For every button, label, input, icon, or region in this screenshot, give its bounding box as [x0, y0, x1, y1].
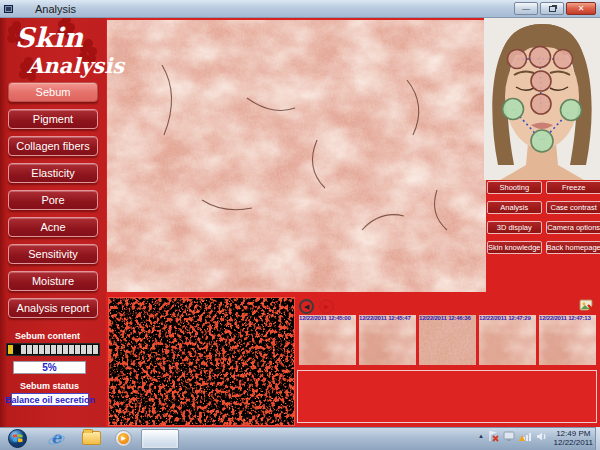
media-player-icon[interactable]: ▶: [115, 430, 132, 447]
removable-device-icon[interactable]: [503, 431, 515, 442]
zone-forehead-center[interactable]: [530, 47, 551, 68]
capture-thumbnail[interactable]: 12/22/2011 12:47:29: [479, 315, 536, 365]
network-status-icon[interactable]: [519, 431, 532, 442]
sidebar-item-collagen-fibers[interactable]: Collagen fibers: [8, 136, 98, 156]
play-icon: ▶: [118, 433, 129, 444]
window-title: Analysis: [35, 3, 76, 15]
capture-timestamp: 12/22/2011 12:45:00: [299, 315, 359, 321]
taskbar-clock[interactable]: 12:49 PM 12/22/2011: [554, 429, 593, 447]
face-map-image: [484, 15, 600, 180]
title-bar[interactable]: Analysis — ✕: [0, 0, 600, 18]
analysis-button[interactable]: Analysis: [487, 201, 542, 214]
prev-arrow-icon: ◀: [304, 303, 309, 311]
sidebar-item-elasticity[interactable]: Elasticity: [8, 163, 98, 183]
sidebar-item-sebum[interactable]: Sebum: [8, 82, 98, 102]
capture-thumbnail[interactable]: 12/22/2011 12:45:00: [299, 315, 356, 365]
windows-start-icon: [8, 429, 27, 448]
zone-forehead-left[interactable]: [508, 50, 527, 69]
action-button-grid: Shooting Freeze Analysis Case contrast 3…: [487, 181, 598, 254]
close-button[interactable]: ✕: [566, 2, 596, 15]
restore-icon: [549, 6, 556, 12]
face-map-panel: [484, 15, 600, 180]
skin-texture: [107, 20, 486, 292]
capture-thumbnail[interactable]: 12/22/2011 12:45:47: [359, 315, 416, 365]
volume-icon[interactable]: [536, 431, 548, 442]
restore-button[interactable]: [540, 2, 564, 15]
prev-thumbnails-button[interactable]: ◀: [299, 299, 314, 314]
app-logo: Skin Analysis: [0, 20, 106, 82]
sebum-speckle-texture: [109, 298, 294, 425]
shooting-button[interactable]: Shooting: [487, 181, 542, 194]
sidebar-item-acne[interactable]: Acne: [8, 217, 98, 237]
sidebar-item-pore[interactable]: Pore: [8, 190, 98, 210]
clock-date: 12/22/2011: [554, 438, 593, 447]
skin-magnified-image: [107, 20, 486, 292]
back-homepage-button[interactable]: Back homepage: [546, 241, 600, 254]
delete-image-icon: [579, 298, 596, 313]
sebum-value: 5%: [13, 361, 86, 374]
minimize-icon: —: [522, 5, 530, 13]
start-button[interactable]: [8, 429, 27, 448]
progress-gap-segment: [14, 345, 20, 354]
action-center-flag-icon[interactable]: [488, 430, 499, 442]
next-thumbnails-button[interactable]: ▶: [319, 299, 334, 314]
zone-forehead-right[interactable]: [554, 50, 573, 69]
sebum-status-label: Sebum status: [20, 381, 79, 391]
show-desktop-button[interactable]: [595, 427, 600, 450]
zone-cheek-left[interactable]: [503, 99, 524, 120]
zone-cheek-right[interactable]: [561, 100, 582, 121]
capture-timestamp: 12/22/2011 12:45:47: [359, 315, 419, 321]
zone-chin[interactable]: [531, 130, 553, 152]
sebum-analysis-image: [108, 297, 295, 426]
sebum-content-label: Sebum content: [15, 331, 80, 341]
capture-timestamp: 12/22/2011 12:47:29: [479, 315, 539, 321]
sidebar-item-moisture[interactable]: Moisture: [8, 271, 98, 291]
internet-explorer-icon[interactable]: e: [48, 431, 66, 447]
taskbar-active-app[interactable]: [141, 429, 179, 449]
skin-knowledge-button[interactable]: Skin knowledge: [487, 241, 542, 254]
logo-word-skin: Skin: [15, 22, 83, 53]
tray-expand-icon[interactable]: ▲: [478, 433, 484, 439]
3d-display-button[interactable]: 3D display: [487, 221, 542, 234]
camera-options-button[interactable]: Camera options: [546, 221, 600, 234]
capture-thumbnail[interactable]: 12/22/2011 12:47:13: [539, 315, 596, 365]
window-icon: [4, 5, 13, 13]
freeze-button[interactable]: Freeze: [546, 181, 600, 194]
progress-fill-segment: [8, 345, 13, 354]
capture-thumbnail[interactable]: 12/22/2011 12:46:36: [419, 315, 476, 365]
zone-brow[interactable]: [531, 71, 551, 91]
capture-timestamp: 12/22/2011 12:47:13: [539, 315, 599, 321]
minimize-button[interactable]: —: [514, 2, 538, 15]
delete-image-button[interactable]: [579, 298, 596, 313]
case-contrast-button[interactable]: Case contrast: [546, 201, 600, 214]
sidebar-item-analysis-report[interactable]: Analysis report: [8, 298, 98, 318]
sidebar-item-sensitivity[interactable]: Sensitivity: [8, 244, 98, 264]
zone-nose[interactable]: [531, 94, 551, 114]
sebum-status-value: Balance oil secretion: [11, 393, 89, 406]
sidebar-item-pigment[interactable]: Pigment: [8, 109, 98, 129]
file-explorer-icon[interactable]: [82, 431, 101, 445]
logo-word-analysis: Analysis: [27, 53, 124, 78]
capture-timestamp: 12/22/2011 12:46:36: [419, 315, 479, 321]
case-contrast-panel: [297, 370, 597, 423]
system-tray: ▲: [478, 430, 548, 442]
close-icon: ✕: [578, 5, 585, 13]
skin-analysis-window: Analysis — ✕ Skin Analysis Sebum Pigment…: [0, 0, 600, 450]
sebum-progress-bar: [6, 343, 100, 356]
next-arrow-icon: ▶: [324, 303, 329, 311]
clock-time: 12:49 PM: [554, 429, 593, 438]
